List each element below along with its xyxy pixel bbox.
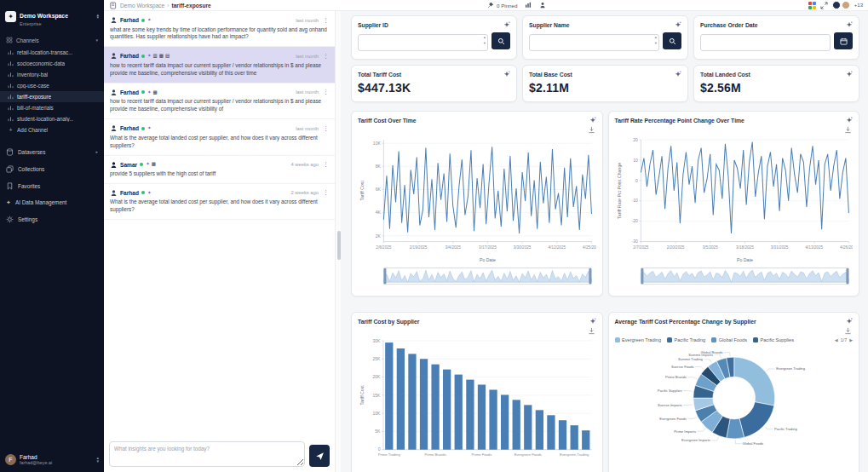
kebab-menu-icon[interactable]: ⋮	[321, 17, 329, 24]
pinned-count-label[interactable]: 0 Pinned	[497, 3, 517, 9]
message-item[interactable]: Samar ✦▦ 4 weeks ago ⋮ provide 5 supplie…	[104, 156, 335, 184]
avatar-overflow-badge[interactable]: +13	[854, 3, 863, 8]
message-item[interactable]: Farhad ✦ last month ⋮ What is the averag…	[104, 119, 335, 155]
workspace-switcher[interactable]: ✦ Demo Workspace Enterprise ▴▾	[0, 4, 104, 33]
message-item[interactable]: Farhad ✦▦ last month ⋮ how to recent tar…	[104, 83, 335, 119]
person-icon[interactable]	[539, 2, 546, 9]
workspace-switch-icon[interactable]: ▴▾	[96, 14, 99, 20]
message-item[interactable]: Farhad ✦▥▦▤ last month ⋮ how to recent t…	[104, 47, 335, 83]
legend-prev-icon[interactable]: ◀	[835, 337, 838, 342]
svg-text:10: 10	[633, 158, 638, 163]
chart-icon[interactable]	[525, 2, 532, 9]
notebook-icon[interactable]	[109, 2, 117, 9]
legend-item[interactable]: Pacific Supplies	[753, 337, 794, 342]
channel-toolbar: 0 Pinned	[487, 2, 546, 9]
stepper-icon[interactable]: ▴▾	[655, 35, 657, 46]
ai-sparkle-icon[interactable]	[846, 318, 853, 325]
grid-badge-icon: ▦	[159, 54, 164, 59]
sidebar-channel-item[interactable]: inventory-bal	[0, 69, 104, 80]
ai-sparkle-icon[interactable]	[846, 117, 853, 124]
sidebar-channel-item[interactable]: bill-of-materials	[0, 102, 104, 113]
sidebar-channel-item[interactable]: tariff-exposure	[0, 91, 104, 102]
sidebar-item-favorites[interactable]: Favorites	[0, 177, 104, 194]
legend-next-icon[interactable]: ▶	[849, 337, 853, 342]
svg-text:2/6/2025: 2/6/2025	[376, 245, 391, 250]
message-text: how to recent tariff data impact our cur…	[110, 98, 329, 113]
download-icon[interactable]	[588, 126, 595, 134]
sparkle-badge-icon: ✦	[147, 191, 152, 196]
ai-sparkle-icon[interactable]	[503, 71, 510, 78]
legend-label: Global Foods	[719, 337, 747, 342]
kebab-menu-icon[interactable]: ⋮	[321, 53, 329, 60]
ai-sparkle-icon[interactable]	[589, 318, 596, 325]
chevron-down-icon[interactable]: ▾	[95, 37, 98, 43]
breadcrumb-channel[interactable]: tariff-exposure	[171, 3, 210, 9]
legend-page-label: 1/7	[841, 337, 848, 342]
channel-label: inventory-bal	[17, 72, 48, 78]
avatar[interactable]	[842, 1, 850, 9]
message-item[interactable]: Farhad ✦ 2 weeks ago ⋮ What is the avera…	[104, 184, 335, 220]
send-button[interactable]	[309, 445, 330, 467]
supplier-name-input[interactable]	[529, 34, 659, 51]
ai-sparkle-icon[interactable]	[675, 21, 681, 28]
ai-sparkle-icon[interactable]	[846, 71, 853, 78]
sidebar-channel-item[interactable]: cpg-use-case	[0, 80, 104, 91]
composer-input[interactable]	[109, 441, 305, 467]
legend-label: Pacific Trading	[675, 337, 706, 342]
user-profile[interactable]: F Farhad farhad@beye.ai ▴▾	[0, 451, 104, 469]
download-icon[interactable]	[844, 126, 852, 134]
kebab-menu-icon[interactable]: ⋮	[321, 189, 329, 196]
pin-icon[interactable]	[487, 2, 494, 9]
message-author-avatar-icon	[110, 16, 118, 24]
legend-item[interactable]: Global Foods	[711, 337, 747, 342]
sidebar-item-collections[interactable]: Collections	[0, 160, 104, 177]
supplier-id-input[interactable]	[358, 34, 488, 51]
sidebar-channel-item[interactable]: retail-location-transac...	[0, 47, 104, 58]
scrollbar-thumb[interactable]	[337, 231, 341, 260]
date-picker-button[interactable]	[834, 32, 853, 49]
grid-badge-icon: ▦	[153, 90, 158, 95]
apps-grid-icon[interactable]	[808, 2, 816, 9]
message-badges: ✦	[147, 18, 152, 23]
status-dot-icon	[141, 19, 145, 22]
purchase-order-date-input[interactable]	[700, 34, 831, 51]
svg-text:Tariff Cost: Tariff Cost	[359, 385, 365, 406]
chat-scrollbar[interactable]	[335, 11, 341, 472]
kpi-value: $2.56M	[700, 81, 853, 95]
expand-icon[interactable]	[820, 2, 828, 9]
message-item[interactable]: Farhad ✦ last month ⋮ what are some key …	[104, 11, 335, 47]
kebab-menu-icon[interactable]: ⋮	[321, 89, 329, 95]
supplier-id-search-button[interactable]	[491, 32, 510, 49]
ai-sparkle-icon[interactable]	[675, 71, 681, 78]
channels-section-header[interactable]: Channels ▾	[0, 33, 104, 47]
ai-sparkle-icon[interactable]	[589, 117, 596, 124]
sidebar-item-ai-data-management[interactable]: ✦ AI Data Management	[0, 194, 104, 210]
sidebar-channel-item[interactable]: socioeconomic-data	[0, 58, 104, 69]
kebab-menu-icon[interactable]: ⋮	[321, 125, 329, 132]
svg-text:Prime Trading: Prime Trading	[378, 452, 401, 457]
legend-item[interactable]: Pacific Trading	[667, 337, 705, 342]
avatar[interactable]	[832, 1, 841, 9]
workspace-name: Demo Workspace	[20, 13, 68, 19]
download-icon[interactable]	[588, 327, 595, 335]
user-menu-icon[interactable]: ▴▾	[96, 457, 99, 463]
tariff-cost-brush[interactable]	[358, 268, 596, 285]
channel-label: student-location-analy...	[17, 116, 73, 122]
ai-sparkle-icon[interactable]	[503, 21, 510, 28]
stepper-icon[interactable]: ▴▾	[484, 35, 486, 46]
ai-sparkle-icon[interactable]	[846, 21, 853, 28]
sidebar-channel-item[interactable]: student-location-analy...	[0, 113, 104, 124]
svg-text:4K: 4K	[376, 210, 382, 215]
kebab-menu-icon[interactable]: ⋮	[321, 161, 329, 168]
supplier-name-search-button[interactable]	[663, 32, 681, 49]
legend-item[interactable]: Evergreen Trading	[615, 337, 662, 342]
tariff-rate-brush[interactable]	[615, 268, 854, 285]
sidebar-item-settings[interactable]: Settings	[0, 210, 104, 227]
download-icon[interactable]	[844, 327, 852, 335]
svg-text:2/20/2025: 2/20/2025	[666, 245, 684, 250]
svg-text:Evergreen Foods: Evergreen Foods	[514, 452, 542, 457]
breadcrumb-workspace[interactable]: Demo Workspace	[120, 3, 164, 9]
chart-badge-icon: ▥	[153, 54, 158, 59]
sidebar-item-dataverses[interactable]: Dataverses ▸	[0, 143, 104, 160]
add-channel-button[interactable]: + Add Channel	[0, 124, 104, 135]
